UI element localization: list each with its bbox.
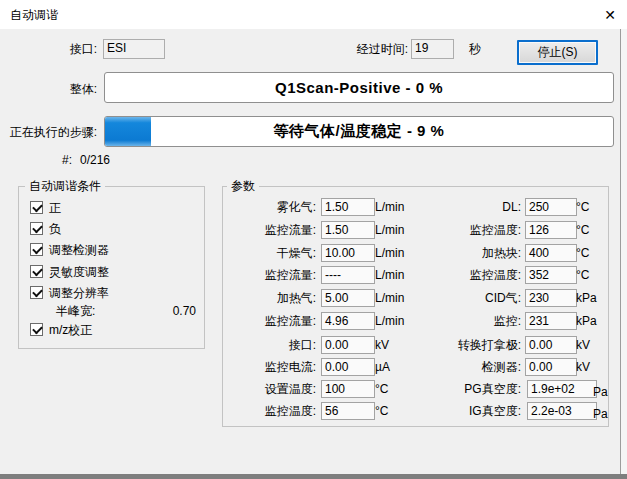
close-icon[interactable]: ✕ [598, 3, 622, 26]
param-label: PG真空度: [401, 380, 521, 398]
param-value-field[interactable]: 0.00 [321, 358, 375, 376]
param-label: 干燥气: [223, 244, 316, 262]
param-unit: µA [375, 358, 390, 376]
param-unit: L/min [375, 198, 404, 216]
param-label: 监控温度: [401, 266, 521, 284]
right-edge-border [620, 29, 621, 474]
param-label: CID气: [401, 289, 521, 307]
param-unit: °C [576, 221, 589, 239]
count-value: 0/216 [80, 152, 110, 168]
elapsed-time-field[interactable]: 19 [411, 39, 454, 59]
param-label: 检测器: [401, 358, 521, 376]
param-label: 加热气: [223, 289, 316, 307]
param-value-field[interactable]: 1.50 [321, 221, 375, 239]
title-bar: 自动调谐 ✕ [0, 0, 627, 29]
param-unit: °C [576, 266, 589, 284]
param-unit: kV [375, 336, 389, 354]
param-value-field[interactable]: 1.50 [321, 198, 375, 216]
conditions-groupbox: 自动调谐条件 正 负 调整检测器 灵敏度调整 调整分辨率 半峰宽: 0.70 m… [18, 186, 205, 349]
param-value-field[interactable]: 56 [321, 402, 375, 420]
param-unit: °C [576, 198, 589, 216]
param-unit: kV [576, 358, 590, 376]
param-value-field[interactable]: 126 [525, 221, 577, 239]
count-label: #: [50, 152, 72, 168]
checkbox-box[interactable] [30, 265, 43, 278]
checkmark-icon [32, 244, 43, 255]
current-step-label: 正在执行的步骤: [2, 124, 97, 140]
stop-button[interactable]: 停止(S) [517, 40, 598, 65]
param-value-field[interactable]: 10.00 [321, 244, 375, 262]
checkmark-icon [32, 202, 43, 213]
overall-progressbar: Q1Scan-Positive - 0 % [104, 72, 614, 103]
checkbox-label: 调整检测器 [49, 242, 109, 258]
param-unit: °C [576, 244, 589, 262]
checkbox-box[interactable] [30, 201, 43, 214]
fwhm-value: 0.70 [173, 303, 196, 319]
param-unit: L/min [375, 266, 404, 284]
param-label: 监控电流: [223, 358, 316, 376]
right-edge-background [621, 29, 627, 474]
param-label: 监控流量: [223, 312, 316, 330]
param-value-field[interactable]: 1.9e+02 [527, 380, 597, 398]
param-label: 转换打拿极: [401, 336, 521, 354]
checkbox-label: 正 [49, 200, 61, 216]
param-unit: Pa [593, 405, 608, 423]
elapsed-time-label: 经过时间: [330, 41, 408, 57]
param-label: 监控温度: [223, 402, 316, 420]
param-label: IG真空度: [401, 402, 521, 420]
overall-label: 整体: [40, 81, 97, 97]
step-progressbar: 等待气体/温度稳定 - 9 % [104, 116, 614, 147]
bottom-edge-border [0, 474, 627, 479]
param-label: 加热块: [401, 244, 521, 262]
param-value-field[interactable]: 400 [525, 244, 577, 262]
checkbox-box[interactable] [30, 286, 43, 299]
param-label: 接口: [223, 336, 316, 354]
param-unit: L/min [375, 244, 404, 262]
window-title: 自动调谐 [10, 7, 58, 24]
param-unit: kPa [576, 312, 597, 330]
step-progress-text: 等待气体/温度稳定 - 9 % [105, 117, 613, 146]
checkmark-icon [32, 223, 43, 234]
conditions-group-title: 自动调谐条件 [25, 179, 105, 194]
checkbox-box[interactable] [30, 222, 43, 235]
param-label: 监控流量: [223, 221, 316, 239]
checkbox-label: 负 [49, 221, 61, 237]
checkbox-box[interactable] [30, 243, 43, 256]
param-label: 监控温度: [401, 221, 521, 239]
param-label: 雾化气: [223, 198, 316, 216]
param-value-field[interactable]: 230 [525, 289, 577, 307]
param-value-field[interactable]: 5.00 [321, 289, 375, 307]
param-unit: Pa [593, 383, 608, 401]
param-value-field[interactable]: 2.2e-03 [527, 402, 597, 420]
fwhm-label: 半峰宽: [56, 303, 95, 319]
param-value-field[interactable]: 231 [525, 312, 577, 330]
interface-field[interactable]: ESI [103, 39, 165, 59]
param-value-field[interactable]: ---- [321, 266, 375, 284]
param-unit: kV [576, 336, 590, 354]
elapsed-time-unit: 秒 [469, 41, 481, 57]
param-label: 监控: [401, 312, 521, 330]
checkmark-icon [32, 287, 43, 298]
param-label: 监控流量: [223, 266, 316, 284]
param-value-field[interactable]: 352 [525, 266, 577, 284]
checkmark-icon [32, 324, 43, 335]
param-value-field[interactable]: 0.00 [525, 358, 577, 376]
param-unit: kPa [576, 289, 597, 307]
checkbox-box[interactable] [30, 323, 43, 336]
param-unit: °C [375, 402, 388, 420]
interface-label: 接口: [40, 41, 97, 57]
param-value-field[interactable]: 0.00 [321, 336, 375, 354]
param-value-field[interactable]: 100 [321, 380, 375, 398]
param-value-field[interactable]: 0.00 [525, 336, 577, 354]
parameters-groupbox: 参数 雾化气: 1.50 L/min 监控流量: 1.50 L/min 干燥气:… [222, 186, 609, 427]
param-unit: °C [375, 380, 388, 398]
param-label: DL: [401, 198, 521, 216]
checkbox-label: 调整分辨率 [49, 285, 109, 301]
param-value-field[interactable]: 250 [525, 198, 577, 216]
param-label: 设置温度: [223, 380, 316, 398]
param-unit: L/min [375, 289, 404, 307]
auto-tuning-dialog: { "window": { "title": "自动调谐", "close_gl… [0, 0, 627, 479]
param-value-field[interactable]: 4.96 [321, 312, 375, 330]
checkbox-label: m/z校正 [49, 322, 92, 338]
checkbox-label: 灵敏度调整 [49, 264, 109, 280]
